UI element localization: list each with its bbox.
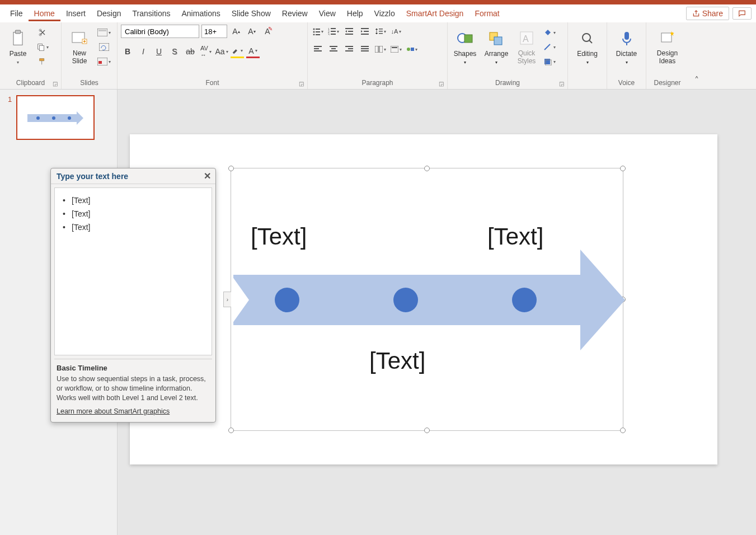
shape-outline-button[interactable] — [543, 41, 556, 53]
timeline-node-2[interactable] — [393, 288, 418, 312]
grow-font-button[interactable]: A▴ — [229, 25, 243, 38]
timeline-node-1[interactable] — [275, 288, 299, 312]
timeline-text-2[interactable]: [Text] — [369, 348, 425, 374]
align-text-button[interactable] — [389, 43, 403, 56]
drawing-launcher[interactable]: ◲ — [559, 81, 564, 87]
text-pane-item[interactable]: [Text] — [63, 220, 204, 234]
svg-rect-1 — [15, 30, 20, 34]
text-pane-toggle[interactable]: › — [223, 292, 231, 307]
bold-button[interactable]: B — [121, 45, 134, 58]
tab-insert[interactable]: Insert — [60, 6, 91, 21]
text-pane-list[interactable]: [Text] [Text] [Text] — [54, 187, 212, 355]
paragraph-launcher[interactable]: ◲ — [439, 81, 444, 87]
tab-file[interactable]: File — [4, 6, 29, 21]
tab-slideshow[interactable]: Slide Show — [226, 6, 276, 21]
svg-rect-26 — [348, 31, 353, 32]
svg-text:A: A — [523, 34, 529, 44]
tab-vizzlo[interactable]: Vizzlo — [369, 6, 401, 21]
shape-fill-button[interactable] — [543, 27, 556, 38]
menu-bar: File Home Insert Design Transitions Anim… — [0, 4, 756, 22]
group-font: A▴ A▾ A✎ B I U S ab AV↔ Aa A Font◲ — [118, 22, 308, 89]
text-pane-item[interactable]: [Text] — [63, 207, 204, 220]
font-launcher[interactable]: ◲ — [299, 81, 304, 87]
tab-design[interactable]: Design — [91, 6, 127, 21]
design-ideas-icon — [659, 29, 677, 47]
new-slide-button[interactable]: New Slide — [65, 25, 94, 69]
close-icon[interactable]: ✕ — [204, 171, 211, 181]
section-button[interactable] — [97, 56, 111, 67]
text-direction-button[interactable]: ↓A — [389, 25, 403, 38]
highlight-button[interactable] — [231, 45, 244, 58]
cut-button[interactable] — [36, 27, 49, 38]
tab-view[interactable]: View — [313, 6, 341, 21]
bullets-button[interactable] — [311, 25, 325, 38]
change-case-button[interactable]: Aa — [215, 45, 228, 58]
resize-handle[interactable] — [424, 428, 430, 433]
svg-point-17 — [313, 34, 315, 36]
columns-button[interactable] — [374, 43, 387, 56]
mic-icon — [618, 30, 636, 48]
tab-review[interactable]: Review — [276, 6, 313, 21]
collapse-ribbon-button[interactable]: ˄ — [688, 22, 705, 89]
tab-format[interactable]: Format — [469, 6, 505, 21]
shape-effects-button[interactable] — [543, 56, 556, 67]
line-spacing-button[interactable] — [374, 25, 387, 38]
clipboard-launcher[interactable]: ◲ — [53, 81, 58, 87]
shapes-button[interactable]: Shapes▾ — [451, 25, 479, 69]
tab-help[interactable]: Help — [341, 6, 369, 21]
font-name-input[interactable] — [121, 25, 199, 38]
strike-button[interactable]: ab — [184, 45, 197, 58]
align-center-button[interactable] — [327, 43, 340, 56]
format-painter-button[interactable] — [36, 56, 49, 67]
smartart-text-pane[interactable]: Type your text here ✕ [Text] [Text] [Tex… — [50, 168, 216, 423]
resize-handle[interactable] — [228, 428, 234, 433]
font-size-input[interactable] — [201, 25, 227, 38]
slide[interactable]: › [Text] [Text] [Text] — [130, 134, 717, 464]
shrink-font-button[interactable]: A▾ — [245, 25, 259, 38]
italic-button[interactable]: I — [137, 45, 150, 58]
timeline-text-1[interactable]: [Text] — [251, 223, 307, 250]
smartart-selection[interactable]: › [Text] [Text] [Text] — [231, 168, 623, 431]
shadow-button[interactable]: S — [168, 45, 181, 58]
justify-button[interactable] — [358, 43, 372, 56]
clear-format-button[interactable]: A✎ — [261, 25, 274, 38]
svg-rect-62 — [661, 33, 672, 42]
svg-rect-30 — [361, 34, 369, 35]
tab-animations[interactable]: Animations — [176, 6, 226, 21]
tab-transitions[interactable]: Transitions — [127, 6, 176, 21]
copy-button[interactable] — [36, 41, 49, 53]
indent-increase-button[interactable] — [358, 25, 372, 38]
slide-thumbnail-1[interactable] — [16, 95, 95, 140]
resize-handle[interactable] — [424, 166, 430, 171]
comments-button[interactable] — [732, 7, 752, 20]
tab-smartart-design[interactable]: SmartArt Design — [401, 6, 469, 21]
timeline-text-3[interactable]: [Text] — [487, 223, 543, 250]
paragraph-group-label: Paragraph — [361, 79, 393, 87]
shapes-icon — [456, 30, 474, 48]
align-left-button[interactable] — [311, 43, 325, 56]
layout-button[interactable] — [97, 27, 111, 38]
dictate-button[interactable]: Dictate▾ — [612, 25, 641, 69]
resize-handle[interactable] — [620, 428, 626, 433]
resize-handle[interactable] — [228, 166, 234, 171]
indent-decrease-button[interactable] — [342, 25, 356, 38]
text-pane-item[interactable]: [Text] — [63, 194, 204, 207]
resize-handle[interactable] — [620, 166, 626, 171]
underline-button[interactable]: U — [152, 45, 166, 58]
learn-more-link[interactable]: Learn more about SmartArt graphics — [57, 407, 210, 415]
quick-styles-button[interactable]: A Quick Styles — [514, 25, 539, 69]
tab-home[interactable]: Home — [29, 6, 60, 21]
editing-button[interactable]: Editing▾ — [573, 25, 602, 69]
share-button[interactable]: Share — [686, 7, 729, 20]
design-ideas-button[interactable]: Design Ideas — [653, 25, 682, 69]
smartart-convert-button[interactable] — [405, 43, 419, 56]
numbering-button[interactable]: 123 — [327, 25, 340, 38]
timeline-node-3[interactable] — [512, 288, 537, 312]
paste-label: Paste — [10, 50, 27, 58]
char-spacing-button[interactable]: AV↔ — [199, 45, 213, 58]
paste-button[interactable]: Paste ▾ — [3, 25, 32, 69]
reset-slide-button[interactable] — [97, 41, 111, 53]
align-right-button[interactable] — [342, 43, 356, 56]
font-color-button[interactable]: A — [246, 45, 260, 58]
arrange-button[interactable]: Arrange▾ — [482, 25, 510, 69]
